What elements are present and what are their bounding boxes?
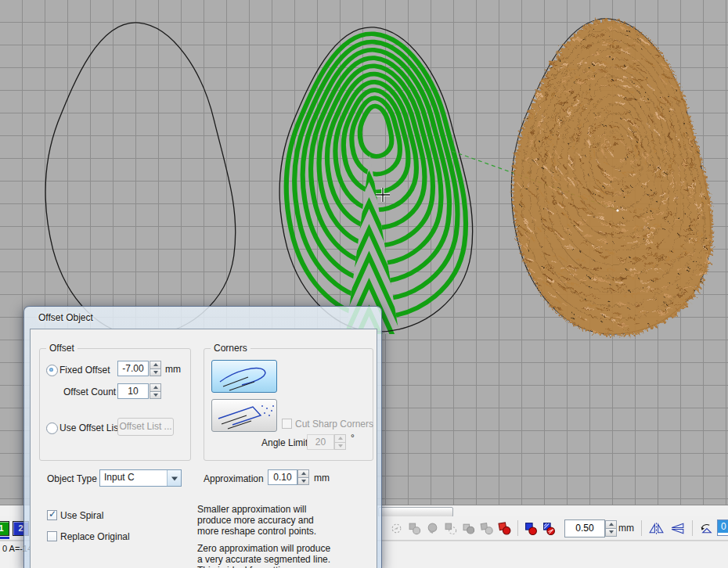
toolbar-separator bbox=[641, 520, 642, 536]
offset-list-button[interactable]: Offset List ... bbox=[117, 418, 174, 436]
boolean-op-3-icon[interactable] bbox=[426, 522, 439, 535]
rotate-left-icon[interactable] bbox=[699, 522, 715, 535]
angle-limit-input[interactable]: 20 bbox=[307, 434, 334, 450]
use-spiral-label: Use Spiral bbox=[60, 510, 103, 521]
offset-count-label: Offset Count bbox=[63, 386, 116, 397]
object-type-dropdown[interactable]: Input C bbox=[99, 469, 182, 487]
mirror-vertical-icon[interactable] bbox=[669, 522, 686, 535]
corners-group-label: Corners bbox=[211, 343, 250, 354]
fixed-offset-unit: mm bbox=[165, 364, 181, 375]
rounded-corner-icon bbox=[212, 361, 276, 392]
approximation-input[interactable]: 0.10 bbox=[268, 469, 297, 485]
object-type-value: Input C bbox=[104, 472, 135, 483]
boolean-op-6-icon[interactable] bbox=[480, 522, 493, 535]
rounded-corners-button[interactable] bbox=[211, 360, 277, 393]
fixed-offset-input[interactable]: -7.00 bbox=[117, 361, 149, 376]
boolean-op-4-icon[interactable] bbox=[444, 522, 457, 535]
dialog-body: Offset Fixed Offset -7.00 mm Offset Coun… bbox=[30, 329, 377, 568]
remove-overlaps-icon[interactable] bbox=[498, 522, 511, 535]
boolean-op-2-icon[interactable] bbox=[408, 522, 421, 535]
approximation-note-1: Smaller approximation will produce more … bbox=[197, 504, 333, 537]
use-offset-list-label: Use Offset List bbox=[59, 422, 121, 433]
pattern-overlap-icon[interactable] bbox=[542, 522, 556, 535]
use-spiral-checkbox[interactable] bbox=[47, 510, 57, 520]
boolean-op-5-icon[interactable] bbox=[462, 522, 475, 535]
chevron-down-icon[interactable] bbox=[167, 470, 181, 486]
cut-sharp-corners-label: Cut Sharp Corners bbox=[295, 419, 373, 430]
palette-color-1-label: 1 bbox=[0, 523, 4, 533]
fixed-offset-label: Fixed Offset bbox=[59, 365, 110, 376]
offset-count-input[interactable]: 10 bbox=[117, 383, 149, 399]
approximation-unit: mm bbox=[314, 473, 330, 484]
sharp-corner-icon bbox=[212, 400, 276, 431]
sharp-corners-button[interactable] bbox=[211, 399, 277, 432]
approximation-spinner[interactable] bbox=[297, 469, 309, 485]
palette-color-1[interactable]: 1 bbox=[0, 521, 9, 536]
approximation-note-2: Zero approximation will produce a very a… bbox=[197, 543, 333, 568]
angle-limit-spinner[interactable] bbox=[334, 434, 346, 450]
mirror-horizontal-icon[interactable] bbox=[648, 522, 665, 535]
angle-limit-unit: ° bbox=[351, 433, 355, 444]
toolbar-separator bbox=[692, 520, 693, 536]
angle-limit-label: Angle Limit bbox=[261, 437, 308, 448]
offset-group-label: Offset bbox=[46, 343, 77, 354]
rotate-angle-field[interactable]: 0 bbox=[717, 519, 728, 536]
replace-original-label: Replace Original bbox=[60, 531, 130, 542]
overlap-shapes-icon[interactable] bbox=[524, 522, 538, 535]
cut-sharp-corners-checkbox[interactable] bbox=[282, 419, 292, 429]
use-offset-list-radio[interactable] bbox=[46, 422, 58, 434]
stitched-object bbox=[507, 19, 714, 334]
offset-count-spinner[interactable] bbox=[150, 383, 161, 399]
toolbar-separator bbox=[517, 520, 518, 536]
application-window: 1 2 mm ↺ 0 0 A=-14 Offset Object bbox=[0, 0, 728, 568]
dialog-title[interactable]: Offset Object bbox=[24, 307, 381, 329]
outline-object bbox=[45, 23, 236, 336]
approximation-label: Approximation bbox=[204, 473, 264, 484]
object-type-label: Object Type bbox=[47, 473, 97, 484]
fixed-offset-radio[interactable] bbox=[46, 365, 58, 376]
boolean-op-1-icon[interactable] bbox=[390, 522, 403, 535]
toolbar-offset-input[interactable] bbox=[564, 519, 605, 537]
fixed-offset-spinner[interactable] bbox=[150, 361, 161, 376]
replace-original-checkbox[interactable] bbox=[47, 531, 57, 541]
toolbar-offset-spinner[interactable] bbox=[605, 520, 617, 537]
toolbar-offset-unit: mm bbox=[618, 523, 634, 534]
offset-object-dialog: Offset Object Offset Fixed Offset -7.00 … bbox=[23, 306, 382, 568]
palette-color-2-label: 2 bbox=[18, 523, 23, 533]
